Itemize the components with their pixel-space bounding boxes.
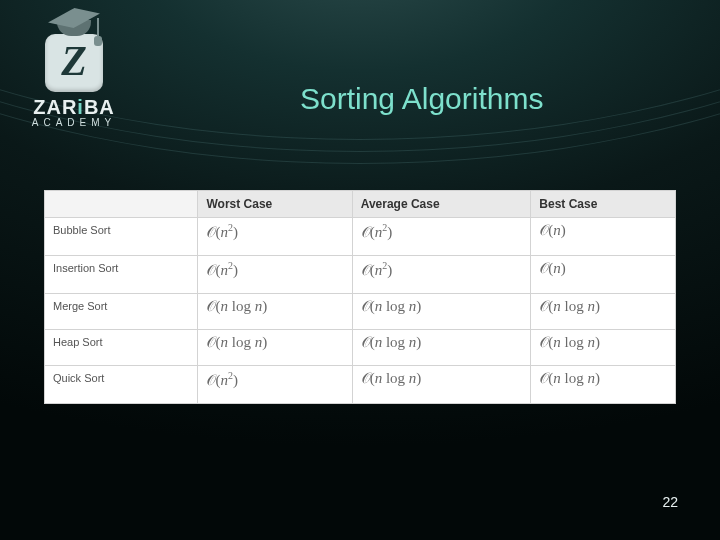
slide-title: Sorting Algorithms — [300, 82, 543, 116]
page-number: 22 — [662, 494, 678, 510]
complexity-cell-worst: 𝒪(n log n) — [198, 330, 352, 366]
brand-subtitle: ACADEMY — [14, 117, 134, 128]
complexity-cell-best: 𝒪(n log n) — [531, 294, 676, 330]
complexity-cell-best: 𝒪(n log n) — [531, 330, 676, 366]
complexity-cell-average: 𝒪(n2) — [352, 218, 531, 256]
table-row: Merge Sort𝒪(n log n)𝒪(n log n)𝒪(n log n) — [45, 294, 676, 330]
algorithm-name: Quick Sort — [45, 366, 198, 404]
complexity-table: Worst Case Average Case Best Case Bubble… — [44, 190, 676, 404]
brand-logo: Z ZARiBA ACADEMY — [14, 2, 134, 128]
table-row: Insertion Sort𝒪(n2)𝒪(n2)𝒪(n) — [45, 256, 676, 294]
complexity-cell-worst: 𝒪(n2) — [198, 366, 352, 404]
table-row: Heap Sort𝒪(n log n)𝒪(n log n)𝒪(n log n) — [45, 330, 676, 366]
table-header — [45, 191, 198, 218]
brand-text: ZARiBA ACADEMY — [14, 96, 134, 128]
complexity-cell-average: 𝒪(n log n) — [352, 294, 531, 330]
brand-name-post: BA — [84, 96, 115, 118]
table-header: Best Case — [531, 191, 676, 218]
algorithm-name: Merge Sort — [45, 294, 198, 330]
complexity-cell-best: 𝒪(n) — [531, 256, 676, 294]
brand-badge-letter: Z — [61, 37, 87, 85]
algorithm-name: Bubble Sort — [45, 218, 198, 256]
brand-name-pre: ZAR — [33, 96, 77, 118]
graduation-cap-icon — [43, 2, 105, 42]
complexity-cell-average: 𝒪(n2) — [352, 256, 531, 294]
algorithm-name: Heap Sort — [45, 330, 198, 366]
table-header: Average Case — [352, 191, 531, 218]
complexity-cell-best: 𝒪(n log n) — [531, 366, 676, 404]
complexity-cell-worst: 𝒪(n2) — [198, 218, 352, 256]
complexity-cell-best: 𝒪(n) — [531, 218, 676, 256]
complexity-cell-worst: 𝒪(n log n) — [198, 294, 352, 330]
table-row: Bubble Sort𝒪(n2)𝒪(n2)𝒪(n) — [45, 218, 676, 256]
complexity-cell-average: 𝒪(n log n) — [352, 366, 531, 404]
complexity-cell-average: 𝒪(n log n) — [352, 330, 531, 366]
table-header: Worst Case — [198, 191, 352, 218]
table-row: Quick Sort𝒪(n2)𝒪(n log n)𝒪(n log n) — [45, 366, 676, 404]
complexity-cell-worst: 𝒪(n2) — [198, 256, 352, 294]
algorithm-name: Insertion Sort — [45, 256, 198, 294]
